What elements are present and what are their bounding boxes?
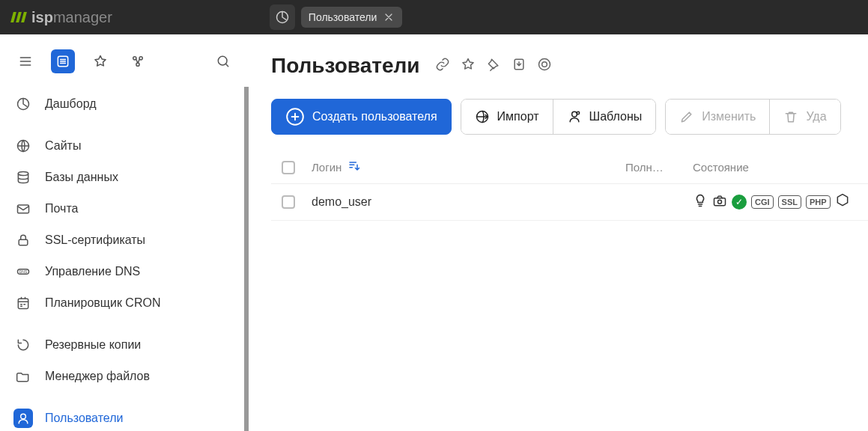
badge-ssl: SSL (778, 195, 801, 209)
backup-icon (13, 335, 33, 355)
svg-point-8 (18, 172, 28, 176)
svg-rect-9 (18, 205, 29, 213)
tabs-area: Пользователи (270, 4, 402, 30)
column-header-fullname[interactable]: Полн… (625, 161, 693, 174)
logo[interactable]: ispmanager (12, 9, 112, 26)
sidebar-item-sites[interactable]: Сайты (4, 130, 244, 162)
calendar-icon (13, 293, 33, 313)
dashboard-tab-button[interactable] (270, 4, 295, 30)
sidebar: Дашборд Сайты Базы данных Почта (0, 34, 249, 431)
pencil-icon (679, 109, 694, 124)
sidebar-item-label: Почта (45, 202, 78, 216)
button-label: Импорт (497, 110, 539, 123)
trash-icon (783, 109, 798, 124)
svg-rect-13 (18, 299, 28, 308)
import-templates-group: Импорт Шаблоны (461, 99, 657, 135)
list-view-icon[interactable] (51, 49, 75, 73)
svg-point-22 (571, 111, 577, 117)
templates-icon (567, 109, 582, 124)
folder-icon (13, 367, 33, 386)
import-icon (475, 109, 490, 124)
sidebar-item-label: Сайты (45, 139, 81, 153)
mail-icon (13, 199, 33, 218)
users-table: Логин Полн… Состояние demo_user ✓ CGI SS… (271, 151, 868, 221)
sidebar-item-label: SSL-сертификаты (45, 233, 145, 247)
dns-icon: DNS (13, 262, 33, 281)
badge-cgi: CGI (751, 195, 774, 209)
row-select-cell (282, 195, 312, 209)
sidebar-toolbar (0, 34, 249, 84)
user-icon (13, 409, 33, 428)
cell-login: demo_user (312, 195, 625, 209)
logo-bars-icon (12, 12, 25, 22)
sidebar-item-dashboard[interactable]: Дашборд (4, 88, 244, 120)
page-header: Пользователи (271, 54, 868, 78)
nodejs-icon (835, 193, 850, 211)
pie-icon (13, 94, 33, 114)
link-icon[interactable] (435, 57, 450, 75)
svg-rect-24 (714, 198, 726, 206)
lightbulb-icon (693, 193, 708, 211)
delete-button[interactable]: Уда (769, 100, 840, 134)
sidebar-item-cron[interactable]: Планировщик CRON (4, 287, 244, 319)
svg-point-14 (21, 414, 26, 419)
svg-point-19 (541, 62, 547, 67)
select-all-cell (282, 161, 312, 174)
table-row[interactable]: demo_user ✓ CGI SSL PHP (271, 184, 868, 221)
sidebar-item-label: Менеджер файлов (45, 370, 150, 383)
row-checkbox[interactable] (282, 195, 295, 209)
modules-icon[interactable] (126, 49, 150, 73)
select-all-checkbox[interactable] (282, 161, 295, 174)
import-button[interactable]: Импорт (461, 100, 553, 134)
sidebar-item-label: Пользователи (45, 412, 123, 425)
svg-point-18 (538, 59, 550, 70)
status-ok-icon: ✓ (732, 195, 747, 210)
svg-rect-10 (19, 239, 28, 245)
sidebar-item-users[interactable]: Пользователи (4, 403, 244, 431)
sidebar-item-ssl[interactable]: SSL-сертификаты (4, 224, 244, 256)
table-header: Логин Полн… Состояние (271, 151, 868, 184)
tab-users[interactable]: Пользователи (301, 7, 402, 28)
toolbar: Создать пользователя Импорт Шаблоны Изме… (271, 99, 868, 135)
lock-icon (13, 230, 33, 250)
sidebar-item-label: Базы данных (45, 171, 118, 184)
edit-button[interactable]: Изменить (666, 100, 769, 134)
sidebar-item-mail[interactable]: Почта (4, 193, 244, 224)
search-icon[interactable] (211, 49, 235, 73)
close-icon[interactable] (383, 11, 395, 23)
sidebar-item-dns[interactable]: DNS Управление DNS (4, 256, 244, 287)
hamburger-icon[interactable] (13, 49, 37, 73)
logo-text: ispmanager (31, 9, 112, 26)
templates-button[interactable]: Шаблоны (553, 100, 656, 134)
main-content: Пользователи Создать пользователя Импорт (249, 34, 868, 431)
sidebar-item-label: Дашборд (45, 97, 97, 111)
column-header-login[interactable]: Логин (312, 159, 625, 176)
button-label: Изменить (702, 110, 756, 123)
tab-label: Пользователи (309, 11, 377, 23)
button-label: Уда (806, 110, 826, 123)
star-icon[interactable] (88, 49, 112, 73)
sidebar-item-databases[interactable]: Базы данных (4, 162, 244, 193)
create-user-button[interactable]: Создать пользователя (271, 99, 452, 135)
sidebar-item-label: Управление DNS (45, 265, 140, 278)
edit-delete-group: Изменить Уда (665, 99, 840, 135)
sidebar-item-backup[interactable]: Резервные копии (4, 329, 244, 361)
svg-point-25 (718, 200, 722, 204)
sidebar-nav: Дашборд Сайты Базы данных Почта (0, 84, 249, 431)
plus-circle-icon (285, 107, 305, 126)
page-title: Пользователи (271, 54, 420, 78)
button-label: Создать пользователя (312, 110, 437, 123)
svg-text:DNS: DNS (19, 269, 28, 274)
camera-icon (712, 193, 727, 211)
star-icon[interactable] (461, 57, 476, 75)
sidebar-item-files[interactable]: Менеджер файлов (4, 361, 244, 392)
pin-icon[interactable] (486, 57, 501, 75)
sidebar-item-label: Резервные копии (45, 338, 141, 352)
svg-point-23 (577, 111, 579, 114)
download-icon[interactable] (512, 57, 526, 75)
column-header-state[interactable]: Состояние (693, 161, 858, 174)
cell-state: ✓ CGI SSL PHP (693, 193, 858, 211)
help-icon[interactable] (537, 57, 552, 75)
sort-asc-icon (346, 159, 361, 176)
badge-php: PHP (806, 195, 831, 209)
